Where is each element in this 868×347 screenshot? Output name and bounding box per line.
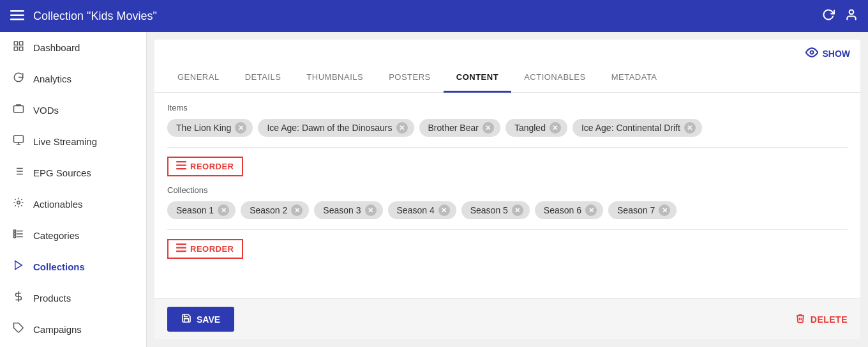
sidebar-item-campaigns[interactable]: Campaigns <box>0 314 146 345</box>
divider-2 <box>167 229 848 230</box>
items-tags-row: The Lion King ✕Ice Age: Dawn of the Dino… <box>167 119 848 137</box>
svg-point-16 <box>17 201 20 204</box>
user-icon[interactable] <box>845 8 858 24</box>
item-tag-close[interactable]: ✕ <box>483 122 494 134</box>
collection-tag-close[interactable]: ✕ <box>512 204 523 216</box>
reorder-items-button[interactable]: REORDER <box>167 157 243 176</box>
svg-rect-28 <box>176 165 186 166</box>
item-tag-close[interactable]: ✕ <box>550 122 561 134</box>
sidebar-label-collections: Collections <box>33 261 85 272</box>
items-section-label: Items <box>167 103 848 112</box>
collection-tag-close[interactable]: ✕ <box>659 204 670 216</box>
item-tag: Ice Age: Continental Drift ✕ <box>572 119 702 137</box>
collection-tag-close[interactable]: ✕ <box>438 204 450 216</box>
sidebar-item-categories[interactable]: Categories <box>0 220 146 251</box>
sidebar-item-epg-sources[interactable]: EPG Sources <box>0 157 146 189</box>
epg-icon <box>13 166 24 180</box>
sidebar-item-analytics[interactable]: Analytics <box>0 63 146 95</box>
item-tag: Ice Age: Dawn of the Dinosaurs ✕ <box>258 119 414 137</box>
item-tag: Tangled ✕ <box>505 119 567 137</box>
collection-tag-close[interactable]: ✕ <box>585 204 597 216</box>
sidebar-item-actionables[interactable]: Actionables <box>0 189 146 220</box>
show-label: SHOW <box>822 49 850 59</box>
page-title: Collection "Kids Movies" <box>33 10 822 23</box>
analytics-icon <box>13 72 24 86</box>
collection-tag: Season 6 ✕ <box>535 201 603 219</box>
sidebar-item-products[interactable]: Products <box>0 282 146 314</box>
tab-general[interactable]: GENERAL <box>165 63 232 93</box>
sidebar-item-dashboard[interactable]: Dashboard <box>0 32 146 63</box>
tab-posters[interactable]: POSTERS <box>376 63 444 93</box>
refresh-icon[interactable] <box>822 8 835 24</box>
item-tag-close[interactable]: ✕ <box>396 122 408 134</box>
svg-rect-30 <box>176 243 186 245</box>
save-button[interactable]: SAVE <box>167 307 234 332</box>
item-tag: Brother Bear ✕ <box>419 119 500 137</box>
collection-tag-label: Season 5 <box>470 205 508 215</box>
campaigns-icon <box>13 322 24 337</box>
reorder-collections-label: REORDER <box>190 244 234 254</box>
collection-tag: Season 1 ✕ <box>167 201 236 219</box>
show-bar: SHOW <box>154 40 860 63</box>
main-card: SHOW GENERAL DETAILS THUMBNAILS POSTERS … <box>154 40 860 339</box>
tab-actionables[interactable]: ACTIONABLES <box>511 63 599 93</box>
sidebar-label-live-streaming: Live Streaming <box>33 136 97 147</box>
sidebar-label-dashboard: Dashboard <box>33 42 80 53</box>
collection-tag: Season 3 ✕ <box>314 201 382 219</box>
collection-tag: Season 5 ✕ <box>461 201 530 219</box>
reorder-collections-icon <box>176 243 186 254</box>
tab-content[interactable]: CONTENT <box>444 63 511 93</box>
svg-rect-9 <box>14 135 24 143</box>
svg-rect-29 <box>176 168 186 169</box>
svg-rect-20 <box>14 230 16 232</box>
svg-rect-2 <box>10 19 24 20</box>
show-button[interactable]: SHOW <box>805 46 850 61</box>
tab-thumbnails[interactable]: THUMBNAILS <box>294 63 376 93</box>
collection-tag-label: Season 2 <box>250 205 287 215</box>
products-icon <box>13 291 24 305</box>
vods-icon <box>13 103 24 118</box>
tab-metadata[interactable]: METADATA <box>599 63 670 93</box>
main-layout: Dashboard Analytics VODs <box>0 32 868 347</box>
collection-tag: Season 2 ✕ <box>241 201 309 219</box>
delete-icon <box>795 313 805 325</box>
collection-tag-close[interactable]: ✕ <box>218 204 229 216</box>
collection-tag-label: Season 4 <box>397 205 435 215</box>
collection-tag-close[interactable]: ✕ <box>291 204 303 216</box>
svg-rect-8 <box>14 106 24 113</box>
item-tag: The Lion King ✕ <box>167 119 253 137</box>
collection-tag-close[interactable]: ✕ <box>365 204 377 216</box>
svg-point-26 <box>811 51 814 54</box>
delete-button[interactable]: DELETE <box>795 313 848 325</box>
svg-rect-32 <box>176 251 186 252</box>
topbar-actions <box>822 8 858 24</box>
item-tag-label: Ice Age: Dawn of the Dinosaurs <box>267 123 392 133</box>
collection-tag: Season 7 ✕ <box>608 201 677 219</box>
dashboard-icon <box>13 40 24 55</box>
categories-icon <box>13 228 24 243</box>
sidebar-label-campaigns: Campaigns <box>33 324 82 335</box>
collection-tag-label: Season 1 <box>176 205 214 215</box>
sidebar-label-products: Products <box>33 293 71 304</box>
save-icon <box>181 313 191 325</box>
sidebar-label-categories: Categories <box>33 230 80 241</box>
svg-rect-1 <box>10 14 24 16</box>
reorder-collections-button[interactable]: REORDER <box>167 239 243 259</box>
item-tag-label: Tangled <box>514 123 546 133</box>
item-tag-close[interactable]: ✕ <box>684 122 696 134</box>
collections-icon <box>13 259 24 274</box>
item-tag-close[interactable]: ✕ <box>235 122 246 134</box>
reorder-items-label: REORDER <box>190 162 234 171</box>
sidebar: Dashboard Analytics VODs <box>0 32 147 347</box>
sidebar-item-live-streaming[interactable]: Live Streaming <box>0 126 146 157</box>
tab-details[interactable]: DETAILS <box>232 63 294 93</box>
menu-icon[interactable] <box>10 9 24 24</box>
collections-tags-row: Season 1 ✕Season 2 ✕Season 3 ✕Season 4 ✕… <box>167 201 848 219</box>
sidebar-item-vods[interactable]: VODs <box>0 95 146 126</box>
collection-tag: Season 4 ✕ <box>388 201 456 219</box>
sidebar-label-vods: VODs <box>33 105 59 116</box>
item-tag-label: Brother Bear <box>428 123 479 133</box>
topbar: Collection "Kids Movies" <box>0 0 868 32</box>
sidebar-item-collections[interactable]: Collections <box>0 251 146 282</box>
eye-icon <box>805 46 818 61</box>
